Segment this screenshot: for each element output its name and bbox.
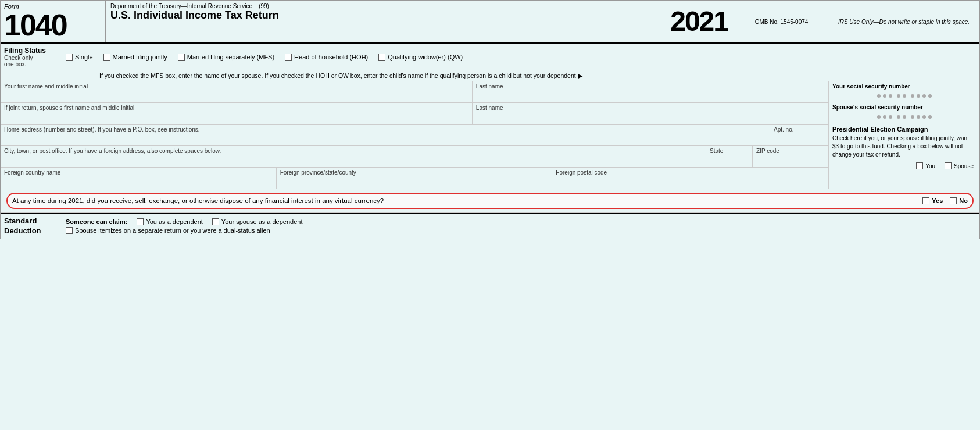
omb-block: OMB No. 1545-0074: [735, 1, 828, 42]
ssn-dots-spouse: [832, 115, 976, 119]
ssn-dot: [897, 115, 900, 119]
foreign-province-label: Foreign province/state/county: [280, 169, 549, 176]
vc-no-label: No: [959, 197, 968, 204]
form-title: U.S. Individual Income Tax Return: [110, 9, 658, 22]
name-address-area: Your first name and middle initial Last …: [1, 81, 979, 189]
filing-option-single[interactable]: Single: [66, 54, 93, 61]
vc-no-checkbox[interactable]: [950, 197, 957, 204]
vc-yes-checkbox[interactable]: [922, 197, 929, 204]
first-name-cell: Your first name and middle initial: [1, 81, 473, 102]
omb-number: OMB No. 1545-0074: [755, 19, 809, 25]
form-label-block: Form 1040: [1, 1, 105, 42]
dept-line: Department of the Treasury—Internal Reve…: [110, 3, 658, 9]
home-address-cell: Home address (number and street). If you…: [1, 125, 770, 145]
qw-checkbox[interactable]: [378, 54, 385, 61]
state-cell: State: [706, 146, 753, 167]
vc-no-option[interactable]: No: [950, 197, 968, 204]
vc-yes-option[interactable]: Yes: [922, 197, 943, 204]
spouse-first-name-cell: If joint return, spouse's first name and…: [1, 103, 473, 124]
sd-content: Someone can claim: You as a dependent Yo…: [66, 218, 976, 234]
pec-title: Presidential Election Campaign: [832, 126, 976, 133]
name-row-2: If joint return, spouse's first name and…: [1, 103, 828, 125]
virtual-currency-question: At any time during 2021, did you receive…: [12, 197, 915, 204]
form-number: 1040: [4, 10, 67, 40]
pec-you-option[interactable]: You: [916, 162, 935, 169]
sd-line2: Spouse itemizes on a separate return or …: [66, 227, 976, 234]
apt-label: Apt. no.: [774, 126, 824, 133]
pec-spouse-option[interactable]: Spouse: [945, 162, 974, 169]
spouse-last-name-cell: Last name: [473, 103, 828, 124]
filing-option-married-jointly[interactable]: Married filing jointly: [103, 54, 167, 61]
vc-options: Yes No: [922, 197, 968, 204]
city-cell: City, town, or post office. If you have …: [1, 146, 706, 167]
last-name-cell: Last name: [473, 81, 828, 102]
ssn-dot: [911, 94, 914, 98]
virtual-currency-row: At any time during 2021, did you receive…: [6, 193, 974, 209]
form-1040: Form 1040 Department of the Treasury—Int…: [0, 0, 980, 239]
foreign-postal-label: Foreign postal code: [556, 169, 824, 176]
last-name-label: Last name: [476, 83, 824, 90]
zip-label: ZIP code: [756, 148, 824, 154]
header-center: Department of the Treasury—Internal Reve…: [105, 1, 663, 42]
state-label: State: [710, 148, 749, 154]
ssn-dot: [883, 94, 886, 98]
sd-spouse-itemizes-option[interactable]: Spouse itemizes on a separate return or …: [66, 227, 270, 234]
ssn-dot: [922, 115, 926, 119]
sd-spouse-dependent-option[interactable]: Your spouse as a dependent: [212, 218, 303, 225]
city-label: City, town, or post office. If you have …: [4, 148, 702, 154]
filing-option-qw[interactable]: Qualifying widow(er) (QW): [378, 54, 463, 61]
ssn-section-2: [897, 115, 906, 119]
tax-year: 2021: [670, 8, 728, 35]
ssn-dot: [917, 115, 920, 119]
spouse-first-name-label: If joint return, spouse's first name and…: [4, 105, 468, 111]
name-row-1: Your first name and middle initial Last …: [1, 81, 828, 103]
form-header: Form 1040 Department of the Treasury—Int…: [1, 1, 979, 44]
hoh-label: Head of household (HOH): [294, 54, 368, 61]
hoh-checkbox[interactable]: [285, 54, 292, 61]
single-label: Single: [75, 54, 93, 61]
sd-line1: Someone can claim: You as a dependent Yo…: [66, 218, 976, 225]
filing-status-section: Filing Status Check onlyone box. Single …: [1, 44, 979, 81]
ssn-label-spouse: Spouse's social security number: [832, 104, 976, 111]
vc-yes-label: Yes: [932, 197, 943, 204]
single-checkbox[interactable]: [66, 54, 73, 61]
ssn-section-1: [877, 94, 892, 98]
you-dependent-checkbox[interactable]: [137, 218, 144, 225]
ssn-dot: [877, 94, 881, 98]
sd-you-dependent-option[interactable]: You as a dependent: [137, 218, 202, 225]
filing-option-hoh[interactable]: Head of household (HOH): [285, 54, 368, 61]
you-dependent-label: You as a dependent: [146, 218, 202, 225]
pec-options: You Spouse: [832, 162, 976, 169]
right-panel: Your social security number: [828, 81, 979, 189]
pec-you-label: You: [925, 163, 935, 169]
spouse-itemizes-label: Spouse itemizes on a separate return or …: [75, 227, 270, 234]
sd-row: StandardDeduction Someone can claim: You…: [4, 216, 976, 236]
pec-text: Check here if you, or your spouse if fil…: [832, 134, 976, 159]
spouse-dependent-label: Your spouse as a dependent: [221, 218, 303, 225]
ssn-dot: [922, 94, 926, 98]
ssn-block-yours: Your social security number: [829, 81, 979, 102]
sd-someone-label: Someone can claim:: [66, 218, 127, 225]
filing-status-label: Filing Status Check onlyone box.: [4, 47, 56, 67]
name-address-inner: Your first name and middle initial Last …: [1, 81, 828, 189]
standard-deduction-section: StandardDeduction Someone can claim: You…: [1, 213, 979, 239]
home-address-label: Home address (number and street). If you…: [4, 126, 766, 133]
filing-status-note: If you checked the MFS box, enter the na…: [1, 70, 979, 81]
filing-option-married-separately[interactable]: Married filing separately (MFS): [178, 54, 274, 61]
pec-you-checkbox[interactable]: [916, 162, 923, 169]
ssn-dot: [903, 115, 906, 119]
pec-spouse-checkbox[interactable]: [945, 162, 952, 169]
spouse-dependent-checkbox[interactable]: [212, 218, 219, 225]
married-jointly-checkbox[interactable]: [103, 54, 110, 61]
ssn-section-3: [911, 94, 932, 98]
spouse-itemizes-checkbox[interactable]: [66, 227, 73, 234]
ssn-dots-yours: [832, 94, 976, 98]
ssn-dot: [897, 94, 900, 98]
married-separately-label: Married filing separately (MFS): [187, 54, 274, 61]
spouse-last-name-label: Last name: [476, 105, 824, 111]
filing-status-row: Filing Status Check onlyone box. Single …: [1, 44, 979, 70]
married-separately-checkbox[interactable]: [178, 54, 185, 61]
address-row: Home address (number and street). If you…: [1, 125, 828, 146]
foreign-row: Foreign country name Foreign province/st…: [1, 168, 828, 189]
ssn-dot: [928, 115, 932, 119]
